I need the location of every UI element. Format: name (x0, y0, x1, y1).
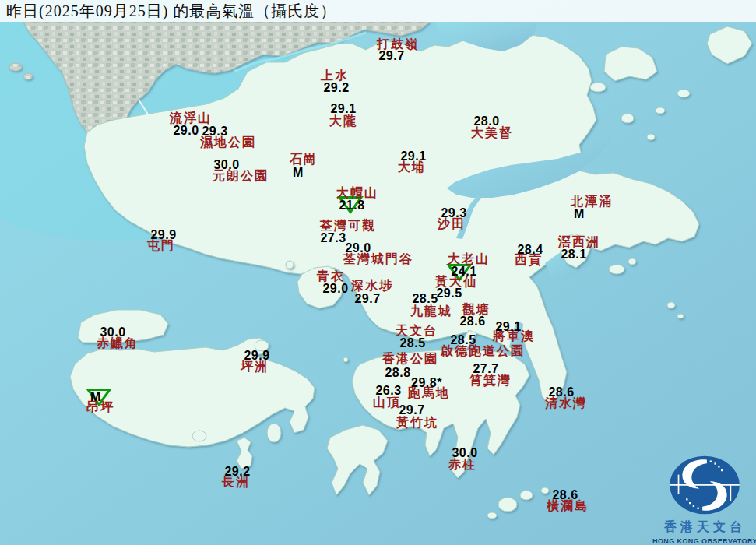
shek-kwu-chau-island (192, 431, 206, 441)
tap-mun-island (621, 114, 634, 123)
waglan-island (579, 504, 585, 508)
hko-logo-english: HONG KONG OBSERVATORY (652, 537, 756, 545)
hko-emblem (654, 436, 756, 518)
peng-chau-island (255, 340, 269, 351)
green-island (343, 357, 348, 362)
hko-logo: 香港天文台 HONG KONG OBSERVATORY (654, 436, 756, 545)
hei-ling-chau-island (267, 424, 281, 442)
ninepin-islands (667, 302, 675, 308)
hko-max-temperature-map: 昨日(2025年09月25日) 的最高氣溫（攝氏度） 打鼓嶺29.7上水29.2… (0, 0, 756, 545)
map-title: 昨日(2025年09月25日) 的最高氣溫（攝氏度） (0, 0, 756, 22)
po-toi-islands (498, 498, 517, 512)
hko-logo-chinese: 香港天文台 (664, 519, 746, 536)
hong-kong-base-map (0, 0, 756, 545)
ma-wan-island (286, 261, 294, 269)
